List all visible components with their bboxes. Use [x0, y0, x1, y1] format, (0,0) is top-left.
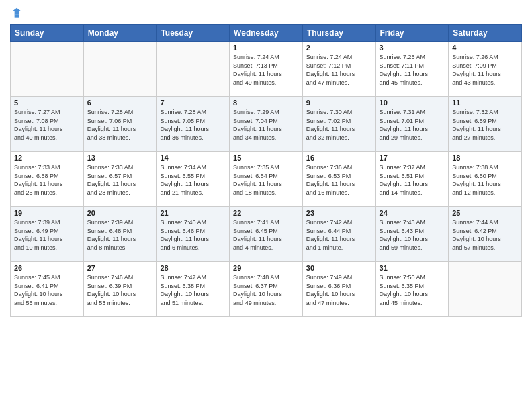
day-number: 26	[14, 264, 80, 272]
day-info: Sunrise: 7:25 AMSunset: 7:11 PMDaylight:…	[380, 53, 445, 87]
day-number: 14	[160, 154, 226, 162]
day-info: Sunrise: 7:41 AMSunset: 6:45 PMDaylight:…	[233, 218, 299, 252]
calendar-cell: 17Sunrise: 7:37 AMSunset: 6:51 PMDayligh…	[375, 152, 449, 207]
calendar-cell: 14Sunrise: 7:34 AMSunset: 6:55 PMDayligh…	[157, 152, 230, 207]
calendar-cell: 21Sunrise: 7:40 AMSunset: 6:46 PMDayligh…	[157, 207, 230, 262]
day-number: 11	[452, 99, 518, 107]
day-info: Sunrise: 7:24 AMSunset: 7:13 PMDaylight:…	[233, 53, 299, 87]
calendar-cell: 23Sunrise: 7:42 AMSunset: 6:44 PMDayligh…	[302, 207, 375, 262]
day-number: 17	[380, 154, 445, 162]
calendar: SundayMondayTuesdayWednesdayThursdayFrid…	[10, 24, 522, 317]
week-row-0: 1Sunrise: 7:24 AMSunset: 7:13 PMDaylight…	[11, 42, 522, 97]
calendar-cell: 7Sunrise: 7:28 AMSunset: 7:05 PMDaylight…	[157, 97, 230, 152]
day-number: 20	[87, 209, 153, 217]
day-info: Sunrise: 7:38 AMSunset: 6:50 PMDaylight:…	[452, 163, 518, 197]
day-info: Sunrise: 7:40 AMSunset: 6:46 PMDaylight:…	[160, 218, 226, 252]
col-header-friday: Friday	[375, 25, 449, 42]
day-info: Sunrise: 7:39 AMSunset: 6:49 PMDaylight:…	[14, 218, 80, 252]
col-header-monday: Monday	[83, 25, 157, 42]
day-info: Sunrise: 7:33 AMSunset: 6:57 PMDaylight:…	[87, 163, 153, 197]
calendar-cell: 15Sunrise: 7:35 AMSunset: 6:54 PMDayligh…	[230, 152, 303, 207]
day-info: Sunrise: 7:29 AMSunset: 7:04 PMDaylight:…	[233, 108, 299, 142]
week-row-1: 5Sunrise: 7:27 AMSunset: 7:08 PMDaylight…	[11, 97, 522, 152]
day-info: Sunrise: 7:37 AMSunset: 6:51 PMDaylight:…	[380, 163, 445, 197]
day-number: 24	[380, 209, 445, 217]
calendar-cell: 25Sunrise: 7:44 AMSunset: 6:42 PMDayligh…	[449, 207, 522, 262]
calendar-cell	[449, 262, 522, 317]
day-info: Sunrise: 7:27 AMSunset: 7:08 PMDaylight:…	[14, 108, 80, 142]
day-info: Sunrise: 7:28 AMSunset: 7:06 PMDaylight:…	[87, 108, 153, 142]
day-number: 10	[380, 99, 445, 107]
day-number: 1	[233, 44, 299, 52]
day-number: 5	[14, 99, 80, 107]
day-number: 9	[306, 99, 372, 107]
day-number: 16	[306, 154, 372, 162]
day-number: 27	[87, 264, 153, 272]
logo	[10, 7, 25, 20]
day-info: Sunrise: 7:26 AMSunset: 7:09 PMDaylight:…	[452, 53, 518, 87]
calendar-cell: 22Sunrise: 7:41 AMSunset: 6:45 PMDayligh…	[230, 207, 303, 262]
day-info: Sunrise: 7:46 AMSunset: 6:39 PMDaylight:…	[87, 273, 153, 307]
day-info: Sunrise: 7:39 AMSunset: 6:48 PMDaylight:…	[87, 218, 153, 252]
calendar-cell: 31Sunrise: 7:50 AMSunset: 6:35 PMDayligh…	[375, 262, 449, 317]
day-info: Sunrise: 7:47 AMSunset: 6:38 PMDaylight:…	[160, 273, 226, 307]
calendar-cell	[11, 42, 84, 97]
svg-rect-1	[15, 15, 19, 18]
day-number: 18	[452, 154, 518, 162]
day-info: Sunrise: 7:36 AMSunset: 6:53 PMDaylight:…	[306, 163, 372, 197]
page: SundayMondayTuesdayWednesdayThursdayFrid…	[0, 0, 532, 411]
col-header-wednesday: Wednesday	[230, 25, 303, 42]
day-number: 7	[160, 99, 226, 107]
calendar-cell: 18Sunrise: 7:38 AMSunset: 6:50 PMDayligh…	[449, 152, 522, 207]
calendar-cell: 24Sunrise: 7:43 AMSunset: 6:43 PMDayligh…	[375, 207, 449, 262]
day-info: Sunrise: 7:24 AMSunset: 7:12 PMDaylight:…	[306, 53, 372, 87]
calendar-cell: 2Sunrise: 7:24 AMSunset: 7:12 PMDaylight…	[302, 42, 375, 97]
day-info: Sunrise: 7:34 AMSunset: 6:55 PMDaylight:…	[160, 163, 226, 197]
day-number: 25	[452, 209, 518, 217]
day-info: Sunrise: 7:30 AMSunset: 7:02 PMDaylight:…	[306, 108, 372, 142]
calendar-cell: 1Sunrise: 7:24 AMSunset: 7:13 PMDaylight…	[230, 42, 303, 97]
calendar-cell: 28Sunrise: 7:47 AMSunset: 6:38 PMDayligh…	[157, 262, 230, 317]
day-number: 2	[306, 44, 372, 52]
logo-icon	[10, 7, 24, 20]
week-row-4: 26Sunrise: 7:45 AMSunset: 6:41 PMDayligh…	[11, 262, 522, 317]
calendar-cell: 13Sunrise: 7:33 AMSunset: 6:57 PMDayligh…	[83, 152, 157, 207]
col-header-sunday: Sunday	[11, 25, 84, 42]
day-number: 28	[160, 264, 226, 272]
calendar-cell	[83, 42, 157, 97]
day-info: Sunrise: 7:33 AMSunset: 6:58 PMDaylight:…	[14, 163, 80, 197]
week-row-2: 12Sunrise: 7:33 AMSunset: 6:58 PMDayligh…	[11, 152, 522, 207]
day-info: Sunrise: 7:44 AMSunset: 6:42 PMDaylight:…	[452, 218, 518, 252]
day-info: Sunrise: 7:32 AMSunset: 6:59 PMDaylight:…	[452, 108, 518, 142]
day-info: Sunrise: 7:45 AMSunset: 6:41 PMDaylight:…	[14, 273, 80, 307]
day-number: 15	[233, 154, 299, 162]
day-number: 13	[87, 154, 153, 162]
col-header-saturday: Saturday	[449, 25, 522, 42]
calendar-cell: 11Sunrise: 7:32 AMSunset: 6:59 PMDayligh…	[449, 97, 522, 152]
day-number: 19	[14, 209, 80, 217]
calendar-cell: 4Sunrise: 7:26 AMSunset: 7:09 PMDaylight…	[449, 42, 522, 97]
col-header-thursday: Thursday	[302, 25, 375, 42]
header-row: SundayMondayTuesdayWednesdayThursdayFrid…	[11, 25, 522, 42]
day-number: 12	[14, 154, 80, 162]
day-number: 3	[380, 44, 445, 52]
svg-marker-0	[12, 8, 21, 15]
day-number: 30	[306, 264, 372, 272]
col-header-tuesday: Tuesday	[157, 25, 230, 42]
calendar-cell: 30Sunrise: 7:49 AMSunset: 6:36 PMDayligh…	[302, 262, 375, 317]
calendar-cell: 10Sunrise: 7:31 AMSunset: 7:01 PMDayligh…	[375, 97, 449, 152]
calendar-cell: 27Sunrise: 7:46 AMSunset: 6:39 PMDayligh…	[83, 262, 157, 317]
calendar-cell	[157, 42, 230, 97]
day-number: 29	[233, 264, 299, 272]
day-number: 4	[452, 44, 518, 52]
calendar-cell: 20Sunrise: 7:39 AMSunset: 6:48 PMDayligh…	[83, 207, 157, 262]
week-row-3: 19Sunrise: 7:39 AMSunset: 6:49 PMDayligh…	[11, 207, 522, 262]
day-number: 31	[380, 264, 445, 272]
header	[10, 7, 522, 20]
day-info: Sunrise: 7:50 AMSunset: 6:35 PMDaylight:…	[380, 273, 445, 307]
day-info: Sunrise: 7:42 AMSunset: 6:44 PMDaylight:…	[306, 218, 372, 252]
day-number: 22	[233, 209, 299, 217]
calendar-cell: 8Sunrise: 7:29 AMSunset: 7:04 PMDaylight…	[230, 97, 303, 152]
calendar-cell: 9Sunrise: 7:30 AMSunset: 7:02 PMDaylight…	[302, 97, 375, 152]
day-info: Sunrise: 7:28 AMSunset: 7:05 PMDaylight:…	[160, 108, 226, 142]
